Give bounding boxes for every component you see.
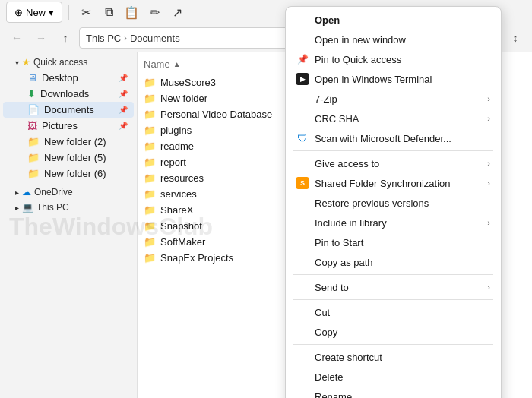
file-softmaker-label: SoftMaker bbox=[160, 236, 205, 248]
crcsha-icon bbox=[296, 112, 309, 125]
sidebar-item-newfolder2-label: New folder (2) bbox=[44, 136, 106, 147]
pictures-icon: 🖼 bbox=[27, 120, 37, 131]
file-plugins-label: plugins bbox=[160, 125, 192, 136]
sidebar-item-desktop-label: Desktop bbox=[42, 72, 78, 84]
folder-softmaker-icon: 📁 bbox=[144, 236, 156, 248]
open-icon bbox=[296, 14, 309, 26]
cm-give-access-label: Give access to bbox=[315, 158, 481, 169]
cm-copy[interactable]: Copy bbox=[286, 322, 501, 342]
file-snapex-label: SnapEx Projects bbox=[160, 252, 233, 264]
breadcrumb-documents[interactable]: Documents bbox=[130, 33, 180, 44]
folder-snapex-icon: 📁 bbox=[144, 252, 156, 264]
sidebar-item-thispc-label: This PC bbox=[36, 202, 69, 213]
cm-open-terminal[interactable]: ▶ Open in Windows Terminal bbox=[286, 69, 501, 89]
breadcrumb-thispc[interactable]: This PC bbox=[86, 33, 121, 44]
file-report-label: report bbox=[160, 156, 186, 168]
sidebar-item-downloads-label: Downloads bbox=[40, 88, 89, 100]
sidebar-item-newfolder6-label: New folder (6) bbox=[44, 168, 106, 179]
back-button[interactable]: ← bbox=[6, 27, 27, 49]
cm-copy-as-path[interactable]: Copy as path bbox=[286, 252, 501, 272]
include-library-arrow-icon: › bbox=[487, 218, 490, 227]
file-sharex-label: ShareX bbox=[160, 204, 193, 216]
sidebar-section-thispc[interactable]: ▸ 💻 This PC bbox=[0, 200, 137, 215]
folder-new-icon: 📁 bbox=[144, 93, 156, 104]
cm-pin-quick-access-label: Pin to Quick access bbox=[315, 54, 490, 65]
cm-open[interactable]: Open bbox=[286, 10, 501, 30]
share-toolbar-button[interactable]: ↗ bbox=[166, 2, 188, 23]
cm-cut-label: Cut bbox=[315, 307, 490, 318]
shared-sync-arrow-icon: › bbox=[487, 178, 490, 188]
sidebar-item-documents[interactable]: 📄 Documents 📌 bbox=[3, 102, 134, 118]
name-column-header[interactable]: Name bbox=[144, 58, 170, 70]
cm-7zip-label: 7-Zip bbox=[315, 93, 481, 105]
file-newfolder-label: New folder bbox=[160, 93, 207, 104]
folder-sharex-icon: 📁 bbox=[144, 204, 156, 216]
sidebar-item-newfolder5[interactable]: 📁 New folder (5) bbox=[3, 150, 134, 166]
file-pvd-label: Personal Video Database bbox=[160, 109, 272, 120]
sidebar-item-newfolder2[interactable]: 📁 New folder (2) bbox=[3, 134, 134, 150]
sidebar-item-downloads[interactable]: ⬇ Downloads 📌 bbox=[3, 86, 134, 102]
cm-crc-sha[interactable]: CRC SHA › bbox=[286, 109, 501, 128]
folder-musescore-icon: 📁 bbox=[144, 77, 156, 88]
cm-scan-defender[interactable]: 🛡 Scan with Microsoft Defender... bbox=[286, 128, 501, 148]
desktop-icon: 🖥 bbox=[27, 72, 37, 84]
restore-icon bbox=[296, 197, 309, 209]
star-icon: ★ bbox=[22, 57, 30, 68]
give-access-icon bbox=[296, 157, 309, 169]
7zip-arrow-icon: › bbox=[487, 94, 490, 103]
folder-icon-3: 📁 bbox=[27, 168, 40, 179]
paste-toolbar-button[interactable]: 📋 bbox=[121, 2, 142, 23]
pin-start-icon bbox=[296, 236, 309, 248]
pin-icon-pictures: 📌 bbox=[119, 122, 128, 130]
cm-pin-quick-access[interactable]: 📌 Pin to Quick access bbox=[286, 49, 501, 69]
cm-pin-start[interactable]: Pin to Start bbox=[286, 232, 501, 252]
defender-icon: 🛡 bbox=[296, 132, 309, 144]
cm-shared-sync[interactable]: S Shared Folder Synchronization › bbox=[286, 173, 501, 193]
cm-separator-3 bbox=[293, 299, 493, 300]
file-snapshot-label: Snapshot bbox=[160, 220, 202, 232]
cm-send-to[interactable]: Send to › bbox=[286, 277, 501, 297]
7zip-icon bbox=[296, 93, 309, 105]
cm-rename-label: Rename bbox=[315, 391, 490, 399]
copy-toolbar-button[interactable]: ⧉ bbox=[98, 2, 119, 23]
file-readme-label: readme bbox=[160, 141, 194, 152]
open-new-window-icon bbox=[296, 33, 309, 46]
thispc-icon: 💻 bbox=[22, 202, 33, 213]
pin-icon-downloads: 📌 bbox=[119, 90, 128, 98]
expand-icon-thispc: ▸ bbox=[15, 204, 19, 212]
sidebar-item-pictures-label: Pictures bbox=[42, 120, 78, 131]
cm-rename[interactable]: Rename bbox=[286, 387, 501, 398]
shortcut-icon bbox=[296, 351, 309, 363]
cm-delete-label: Delete bbox=[315, 371, 490, 383]
cm-give-access[interactable]: Give access to › bbox=[286, 153, 501, 173]
new-button[interactable]: ⊕ New ▾ bbox=[6, 2, 62, 23]
sidebar-item-pictures[interactable]: 🖼 Pictures 📌 bbox=[3, 118, 134, 134]
cm-include-library[interactable]: Include in library › bbox=[286, 213, 501, 232]
sidebar-item-newfolder6[interactable]: 📁 New folder (6) bbox=[3, 166, 134, 182]
up-button[interactable]: ↑ bbox=[55, 27, 76, 49]
folder-pvd-icon: 📁 bbox=[144, 109, 156, 120]
cm-restore-prev[interactable]: Restore previous versions bbox=[286, 193, 501, 213]
cm-open-terminal-label: Open in Windows Terminal bbox=[315, 74, 490, 85]
cm-open-new-window[interactable]: Open in new window bbox=[286, 30, 501, 49]
sort-button[interactable]: ↕ bbox=[505, 27, 526, 49]
plus-icon: ⊕ bbox=[14, 7, 23, 18]
sidebar-section-quickaccess[interactable]: ▾ ★ Quick access bbox=[0, 55, 137, 70]
sidebar-section-onedrive[interactable]: ▸ ☁ OneDrive bbox=[0, 185, 137, 200]
file-musescore-label: MuseScore3 bbox=[160, 77, 216, 88]
sidebar-item-desktop[interactable]: 🖥 Desktop 📌 bbox=[3, 70, 134, 86]
forward-button[interactable]: → bbox=[30, 27, 52, 49]
cm-create-shortcut[interactable]: Create shortcut bbox=[286, 347, 501, 367]
folder-services-icon: 📁 bbox=[144, 188, 156, 200]
folder-icon-2: 📁 bbox=[27, 152, 40, 163]
onedrive-icon: ☁ bbox=[22, 187, 31, 197]
folder-icon-1: 📁 bbox=[27, 136, 40, 147]
cm-copy-label: Copy bbox=[315, 327, 490, 338]
cm-7zip[interactable]: 7-Zip › bbox=[286, 89, 501, 109]
cut-toolbar-button[interactable]: ✂ bbox=[75, 2, 97, 23]
cm-separator-2 bbox=[293, 274, 493, 275]
cm-cut[interactable]: Cut bbox=[286, 302, 501, 322]
cm-delete[interactable]: Delete bbox=[286, 367, 501, 387]
sidebar: ▾ ★ Quick access 🖥 Desktop 📌 ⬇ Downloads… bbox=[0, 52, 137, 398]
rename-toolbar-button[interactable]: ✏ bbox=[144, 2, 165, 23]
